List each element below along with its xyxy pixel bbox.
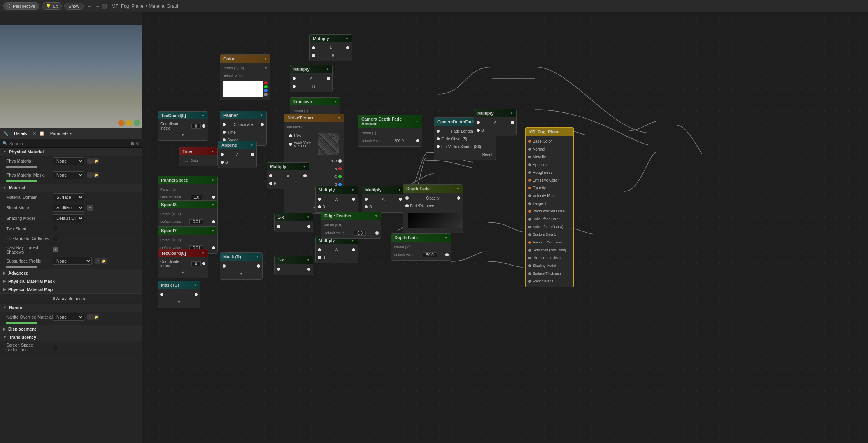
phys-mask-browse[interactable]: 📁 [93,172,99,178]
speedx-value[interactable] [189,219,203,224]
node-onex-bottom-header[interactable]: 1-x ▼ [275,256,313,264]
node-color-close[interactable]: ✕ [265,66,268,70]
node-mask-g-header[interactable]: Mask (G) ▼ [158,281,200,289]
pin-append-b-in[interactable] [221,161,224,164]
node-multiply-1[interactable]: Multiply ▼ A B [309,34,352,61]
node-edge-feather[interactable]: Edge Feather ▼ Param (0.8) Default Value [321,212,381,239]
pin-mf-out[interactable] [511,121,514,124]
pin-mask-r-out[interactable] [257,264,260,268]
pin-noise-uvs[interactable] [289,134,292,137]
pin-mfp-subsurface-f4[interactable] [528,226,531,228]
back-arrow[interactable]: ← [87,3,93,9]
pin-m6-b-in[interactable] [318,256,321,259]
node-depth-fade-param[interactable]: Depth Fade ▼ Param (Vf) Default Value [391,233,451,261]
pin-m4-b-in[interactable] [318,205,321,208]
blend-mode-swap[interactable]: ⇄ [87,205,93,211]
pin-cam-fade-vertex[interactable] [437,145,440,148]
node-onex-bottom[interactable]: 1-x ▼ [274,256,313,275]
pin-onex-bottom-out[interactable] [307,268,310,271]
node-time[interactable]: Time ▼ Input Data [179,147,218,166]
pin-cam-fade-offset[interactable] [437,137,440,140]
node-edge-feather-header[interactable]: Edge Feather ▼ [321,212,381,220]
node-multiply-4[interactable]: Multiply ▼ A B [315,186,358,213]
show-button[interactable]: Show [64,3,84,10]
details-tab[interactable]: Details [12,130,30,137]
graph-area[interactable]: Color ▼ Param (1,1,0) ✕ Default Value [142,12,868,443]
pin-mfp-base-color[interactable] [528,140,531,143]
pin-df-opacity-in[interactable] [405,196,409,200]
pin-onex-top-out[interactable] [307,225,310,228]
phys-mask-reset[interactable]: ↩ [87,172,93,178]
phys-material-mask-dropdown[interactable]: None [53,171,84,179]
pin-mfp-custom-data[interactable] [528,233,531,236]
pin-texcoord-bottom-out[interactable] [202,262,205,265]
pin-m2-out[interactable] [327,77,330,80]
phys-material-dropdown[interactable]: None [53,157,84,165]
node-depth-fade-param-header[interactable]: Depth Fade ▼ [391,234,451,242]
pin-mfp-velocity[interactable] [528,194,531,197]
pin-cam-fade-fadelen[interactable] [437,130,440,133]
pin-panner-out[interactable] [261,123,264,126]
subsurface-reset[interactable]: ↩ [95,258,100,264]
pin-mfp-ao[interactable] [528,241,531,244]
two-sided-checkbox[interactable] [53,226,58,231]
phys-material-browse[interactable]: 📁 [93,158,99,164]
blend-mode-dropdown[interactable]: Additive [53,204,84,212]
pin-m5-b-in[interactable] [365,205,368,208]
pin-mfp-opacity[interactable] [528,187,531,189]
nanite-reset[interactable]: ↩ [87,314,93,320]
node-texcoord-bottom-header[interactable]: TexCoord[0] ▼ [158,249,208,257]
pin-mf-a-in[interactable] [477,121,480,124]
pin-mask-g-out[interactable] [195,293,198,296]
section-translucency[interactable]: Translucency [0,333,142,341]
pin-mfp-front-material[interactable] [528,280,531,283]
pin-mask-r-in[interactable] [223,264,226,268]
params-tab[interactable]: Parameters [48,130,75,137]
section-phys-material-mask[interactable]: Physical Material Mask [0,277,142,285]
pin-m2-a-in[interactable] [293,77,296,80]
node-speedy-header[interactable]: SpeedY ▼ [158,227,217,235]
pin-m2-b-in[interactable] [293,85,296,88]
nanite-browse[interactable]: 📁 [93,314,99,320]
node-multiply-final-header[interactable]: Multiply ▼ [474,109,516,117]
texcoord-bottom-index[interactable] [191,261,201,266]
section-displacement[interactable]: Displacement [0,325,142,333]
node-append[interactable]: Append ▼ A B [218,141,257,168]
pin-mfp-tangent[interactable] [528,202,531,205]
shading-model-dropdown[interactable]: Default Lit [53,214,84,222]
section-nanite[interactable]: Nanite [0,304,142,312]
pin-m6-out[interactable] [352,248,355,251]
node-panner-speed[interactable]: PannerSpeed ▼ Param (1) Default Value [158,176,218,203]
node-onex-top[interactable]: 1-x ▼ [274,213,313,232]
node-time-header[interactable]: Time ▼ [179,147,217,155]
section-physical-material[interactable]: Physical Material [0,148,142,156]
pin-mfp-reflection[interactable] [528,249,531,252]
pin-m3-out[interactable] [303,174,307,177]
pspeed-value[interactable] [191,195,202,200]
pin-append-out[interactable] [251,153,254,156]
node-noise-header[interactable]: NoiseTexture ▼ [284,114,344,122]
pin-m5-out[interactable] [399,198,402,201]
node-texcoord-bottom[interactable]: TexCoord[0] ▼ Coordinate Index ▼ [158,249,208,278]
node-emissive-header[interactable]: Emissive ▼ [290,98,340,105]
pin-texcoord-top-out[interactable] [202,124,205,128]
node-multiply-final[interactable]: Multiply ▼ A B [474,109,517,136]
pin-panner-coord-in[interactable] [223,123,226,126]
phys-material-reset[interactable]: ↩ [87,158,93,164]
node-mask-r[interactable]: Mask (R) ▼ ▼ [220,252,263,280]
material-domain-dropdown[interactable]: Surface [53,193,84,201]
screen-space-checkbox[interactable] [53,345,58,350]
ef-value[interactable] [354,231,366,236]
lit-button[interactable]: 💡 Lit [42,2,62,10]
node-color[interactable]: Color ▼ Param (1,1,0) ✕ Default Value [220,54,270,100]
pin-mfp-subsurface-color[interactable] [528,218,531,221]
node-multiply-3-header[interactable]: Multiply ▼ [267,163,309,170]
node-texcoord-top[interactable]: TexCoord[0] ▼ Coordinate Index ▼ [158,111,208,141]
node-multiply-2-header[interactable]: Multiply ▼ [290,65,332,73]
section-material[interactable]: Material [0,184,142,192]
use-material-attr-checkbox[interactable] [53,236,58,241]
texcoord-top-index[interactable] [191,124,201,129]
pin-m5-a-in[interactable] [365,198,368,201]
node-multiply-3[interactable]: Multiply ▼ A B [267,162,309,189]
pin-dfp-out[interactable] [445,253,449,256]
